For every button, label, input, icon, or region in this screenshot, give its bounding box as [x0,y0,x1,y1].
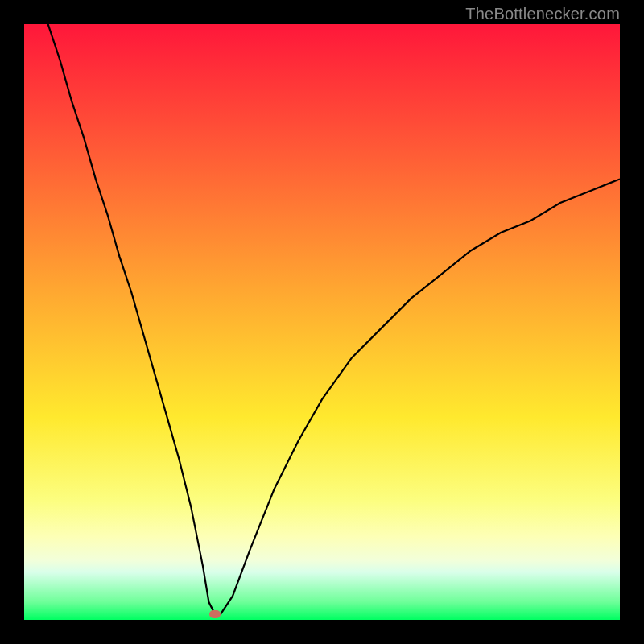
chart-frame: TheBottlenecker.com [0,0,644,644]
bottleneck-curve [48,24,620,614]
watermark-text: TheBottlenecker.com [465,5,620,23]
optimum-marker [209,610,221,618]
plot-area [24,24,620,620]
curve-svg [24,24,620,620]
